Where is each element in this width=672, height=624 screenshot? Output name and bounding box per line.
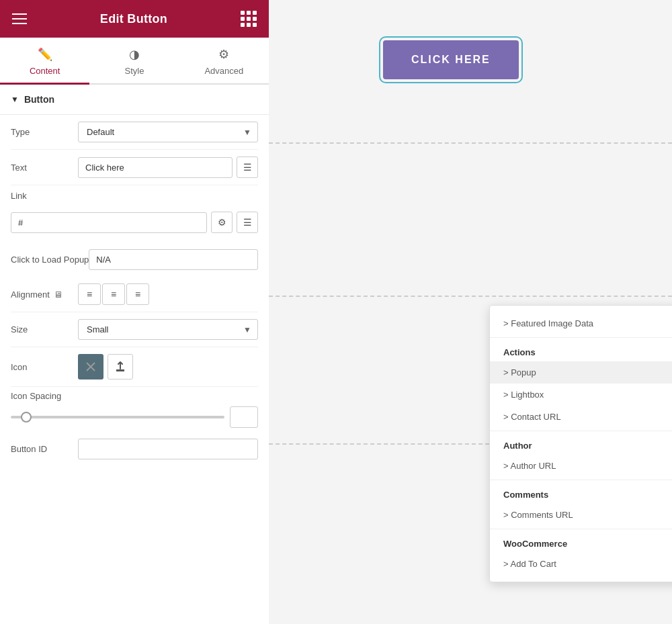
popup-item-label: > Popup xyxy=(503,367,536,377)
button-id-row: Button ID xyxy=(11,432,258,466)
section-header: ▼ Button xyxy=(11,94,258,105)
link-input[interactable] xyxy=(11,212,207,233)
dropdown-overlay: > Featured Image Data Actions > Popup > … xyxy=(489,305,672,582)
grid-icon[interactable] xyxy=(241,11,257,27)
dropdown-divider-4 xyxy=(490,529,672,529)
size-select[interactable]: Small xyxy=(78,319,258,340)
section-arrow-icon: ▼ xyxy=(11,95,19,104)
link-dynamic-icon[interactable]: ☰ xyxy=(237,212,258,233)
alignment-control: ≡ ≡ ≡ xyxy=(78,283,258,305)
popup-label: Click to Load Popup xyxy=(11,255,89,265)
contact-url-label: > Contact URL xyxy=(503,412,561,422)
author-url-label: > Author URL xyxy=(503,461,556,471)
link-label: Link xyxy=(11,191,258,201)
button-id-input[interactable] xyxy=(78,439,258,459)
link-settings-icon[interactable]: ⚙ xyxy=(211,212,233,233)
type-control: Default ▼ xyxy=(78,122,258,142)
sidebar-header: Edit Button xyxy=(0,0,269,38)
text-label: Text xyxy=(11,163,78,173)
featured-image-label: > Featured Image Data xyxy=(503,318,593,328)
tab-style[interactable]: ◑ Style xyxy=(89,38,179,85)
page-title: Edit Button xyxy=(100,12,167,26)
comments-url-label: > Comments URL xyxy=(503,510,573,520)
fields-container: Type Default ▼ Text ☰ Link xyxy=(0,115,269,466)
button-id-label: Button ID xyxy=(11,444,78,454)
align-left-button[interactable]: ≡ xyxy=(78,283,101,305)
tab-content-label: Content xyxy=(30,66,60,76)
size-label: Size xyxy=(11,324,78,335)
icon-upload-button[interactable] xyxy=(108,354,133,380)
icon-control xyxy=(78,354,258,380)
advanced-icon: ⚙ xyxy=(218,47,229,62)
icon-label: Icon xyxy=(11,362,78,372)
align-right-button[interactable]: ≡ xyxy=(126,283,149,305)
hamburger-icon[interactable] xyxy=(12,13,27,24)
dropdown-lightbox-item[interactable]: > Lightbox xyxy=(490,384,672,406)
slider-wrapper xyxy=(11,406,258,428)
dropdown-comments-url-item[interactable]: > Comments URL xyxy=(490,504,672,526)
tab-content[interactable]: ✏️ Content xyxy=(0,38,89,85)
icon-disabled-button[interactable] xyxy=(78,354,103,380)
dashed-line-top xyxy=(269,142,672,144)
woocommerce-header: WooCommerce xyxy=(490,532,672,553)
icon-spacing-label: Icon Spacing xyxy=(11,391,258,401)
text-control: ☰ xyxy=(78,157,258,178)
content-icon: ✏️ xyxy=(38,47,52,62)
dropdown-divider-2 xyxy=(490,431,672,431)
alignment-row: Alignment 🖥 ≡ ≡ ≡ xyxy=(11,277,258,312)
style-icon: ◑ xyxy=(129,47,140,62)
type-select[interactable]: Default xyxy=(78,122,258,142)
text-dynamic-icon[interactable]: ☰ xyxy=(237,157,258,178)
type-row: Type Default ▼ xyxy=(11,115,258,150)
link-section: Link ⚙ ☰ xyxy=(11,185,258,242)
main-content: CLICK HERE > Featured Image Data Actions… xyxy=(269,0,672,624)
type-select-wrapper: Default ▼ xyxy=(78,122,258,142)
alignment-buttons: ≡ ≡ ≡ xyxy=(78,283,149,305)
dashed-line-middle xyxy=(269,296,672,297)
icon-spacing-value[interactable] xyxy=(230,406,258,428)
size-control: Small ▼ xyxy=(78,319,258,340)
size-row: Size Small ▼ xyxy=(11,312,258,347)
tab-advanced-label: Advanced xyxy=(204,66,243,76)
tab-advanced[interactable]: ⚙ Advanced xyxy=(179,38,269,85)
alignment-label: Alignment 🖥 xyxy=(11,289,78,300)
sidebar: Edit Button ✏️ Content ◑ Style ⚙ Advance… xyxy=(0,0,269,624)
dropdown-divider-1 xyxy=(490,337,672,338)
dropdown-author-url-item[interactable]: > Author URL xyxy=(490,455,672,477)
type-label: Type xyxy=(11,127,78,137)
actions-header: Actions xyxy=(490,341,672,361)
author-header: Author xyxy=(490,434,672,455)
monitor-icon: 🖥 xyxy=(54,289,62,300)
text-row: Text ☰ xyxy=(11,150,258,185)
tabs-bar: ✏️ Content ◑ Style ⚙ Advanced xyxy=(0,38,269,85)
dropdown-divider-3 xyxy=(490,480,672,480)
popup-row: Click to Load Popup xyxy=(11,242,258,277)
dropdown-add-to-cart-item[interactable]: > Add To Cart xyxy=(490,553,672,575)
section-title: Button xyxy=(24,94,54,105)
button-section: ▼ Button xyxy=(0,85,269,115)
dropdown-contact-url-item[interactable]: > Contact URL xyxy=(490,406,672,428)
align-center-button[interactable]: ≡ xyxy=(102,283,125,305)
lightbox-item-label: > Lightbox xyxy=(503,390,544,400)
icon-spacing-slider[interactable] xyxy=(11,416,224,418)
icon-row: Icon xyxy=(11,347,258,387)
size-select-wrapper: Small ▼ xyxy=(78,319,258,340)
link-row: ⚙ ☰ xyxy=(11,205,258,240)
add-to-cart-label: > Add To Cart xyxy=(503,559,556,569)
dropdown-popup-item[interactable]: > Popup xyxy=(490,361,672,384)
tab-style-label: Style xyxy=(125,66,144,76)
text-input[interactable] xyxy=(78,157,233,178)
dropdown-featured-image[interactable]: > Featured Image Data xyxy=(490,312,672,335)
comments-header: Comments xyxy=(490,483,672,504)
icon-spacing-section: Icon Spacing xyxy=(11,387,258,432)
popup-input[interactable] xyxy=(89,249,258,270)
preview-button[interactable]: CLICK HERE xyxy=(383,40,519,79)
